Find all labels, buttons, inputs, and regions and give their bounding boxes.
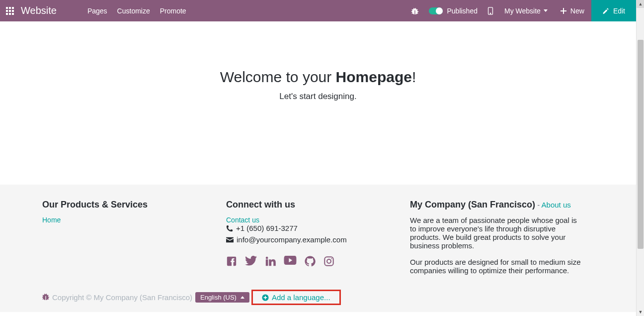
published-toggle[interactable]: Published: [424, 0, 483, 21]
published-label: Published: [447, 7, 478, 15]
footer-col-company: My Company (San Francisco) - About us We…: [410, 200, 594, 279]
footer-heading-products: Our Products & Services: [42, 200, 216, 210]
plus-circle-icon: [262, 294, 269, 301]
footer-link-about[interactable]: About us: [542, 201, 571, 209]
svg-rect-5: [12, 10, 14, 12]
edit-label: Edit: [613, 7, 625, 15]
mobile-preview-icon[interactable]: [483, 0, 498, 21]
apps-icon[interactable]: [0, 7, 21, 15]
bug-icon[interactable]: [406, 0, 424, 21]
svg-rect-3: [6, 10, 8, 12]
phone-icon: [226, 225, 233, 232]
github-icon[interactable]: [305, 256, 316, 268]
svg-rect-0: [6, 7, 8, 9]
footer-phone: +1 (650) 691-3277: [226, 224, 400, 232]
copyright-text: Copyright © My Company (San Francisco): [52, 293, 192, 302]
nav-promote[interactable]: Promote: [155, 1, 191, 20]
footer-heading-connect: Connect with us: [226, 200, 400, 210]
svg-rect-6: [6, 13, 8, 15]
instagram-icon[interactable]: [323, 256, 334, 268]
svg-point-12: [327, 259, 331, 263]
svg-point-13: [331, 258, 332, 259]
website-dropdown[interactable]: My Website: [498, 0, 554, 21]
pencil-icon: [602, 7, 609, 14]
svg-rect-2: [12, 7, 14, 9]
footer-col-connect: Connect with us Contact us +1 (650) 691-…: [226, 200, 410, 279]
page-title: Welcome to your Homepage!: [0, 69, 636, 86]
footer-heading-company: My Company (San Francisco) - About us: [410, 200, 584, 210]
svg-rect-8: [12, 13, 14, 15]
scrollbar[interactable]: ▲ ▼: [636, 0, 644, 316]
youtube-icon[interactable]: [284, 256, 297, 268]
svg-rect-4: [9, 10, 11, 12]
plus-icon: [561, 8, 566, 14]
new-label: New: [570, 7, 584, 15]
footer-link-contact[interactable]: Contact us: [226, 216, 259, 224]
footer-company-desc2: Our products are designed for small to m…: [410, 258, 584, 275]
bug-icon[interactable]: [42, 293, 49, 302]
scroll-down-arrow[interactable]: ▼: [637, 308, 644, 316]
top-navbar: Website Pages Customize Promote Publishe…: [0, 0, 636, 21]
nav-customize[interactable]: Customize: [112, 1, 155, 20]
scroll-thumb[interactable]: [638, 40, 644, 249]
twitter-icon[interactable]: [245, 256, 257, 268]
linkedin-icon[interactable]: [265, 256, 276, 268]
language-selector[interactable]: English (US): [195, 292, 249, 303]
bottom-bar: Copyright © My Company (San Francisco) E…: [42, 279, 594, 312]
nav-pages[interactable]: Pages: [82, 1, 112, 20]
footer-col-products: Our Products & Services Home: [42, 200, 226, 279]
main-content: Welcome to your Homepage! Let's start de…: [0, 21, 636, 185]
svg-rect-7: [9, 13, 11, 15]
chevron-down-icon: [544, 9, 548, 12]
add-language-highlight: Add a language...: [251, 290, 341, 305]
page-subtitle: Let's start designing.: [0, 92, 636, 102]
svg-point-10: [490, 13, 490, 13]
footer: Our Products & Services Home Connect wit…: [0, 185, 636, 312]
svg-rect-11: [324, 257, 333, 265]
chevron-up-icon: [241, 296, 244, 299]
facebook-icon[interactable]: [226, 256, 237, 268]
svg-rect-1: [9, 7, 11, 9]
add-language-link[interactable]: Add a language...: [262, 293, 330, 302]
footer-company-desc1: We are a team of passionate people whose…: [410, 216, 584, 250]
envelope-icon: [226, 237, 234, 243]
edit-button[interactable]: Edit: [591, 0, 636, 21]
footer-email: info@yourcompany.example.com: [226, 235, 400, 244]
footer-link-home[interactable]: Home: [42, 216, 61, 224]
website-dropdown-label: My Website: [504, 7, 541, 15]
new-button[interactable]: New: [554, 0, 591, 21]
brand-title[interactable]: Website: [21, 5, 68, 16]
scroll-up-arrow[interactable]: ▲: [637, 0, 644, 8]
